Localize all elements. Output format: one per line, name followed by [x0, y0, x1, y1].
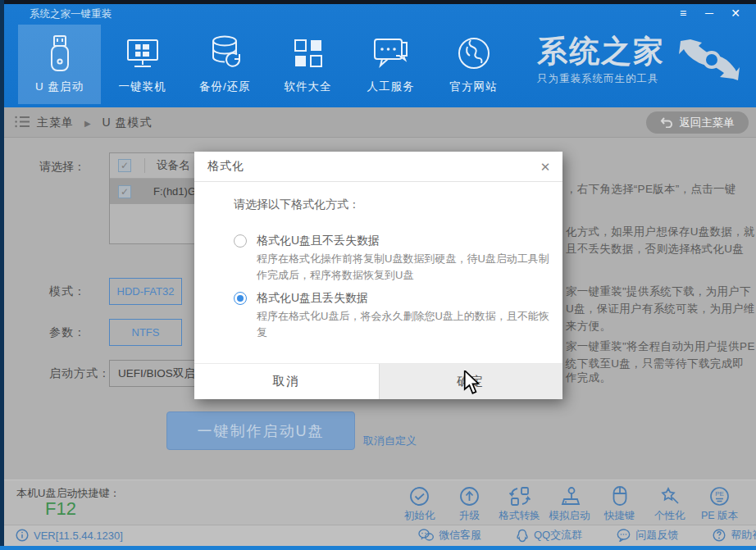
- menu-icon[interactable]: ≡: [674, 5, 692, 21]
- breadcrumb: 主菜单 ▶ U 盘模式: [37, 116, 152, 130]
- divider: [144, 158, 145, 173]
- window-title: 系统之家一键重装: [30, 7, 112, 21]
- tool-personalize[interactable]: 个性化: [644, 484, 695, 523]
- minimize-icon[interactable]: ─: [700, 5, 718, 21]
- tool-label: 快捷键: [604, 509, 635, 523]
- tool-pe-version[interactable]: PE PE 版本: [695, 484, 745, 523]
- tool-label: 格式转换: [499, 509, 540, 523]
- wechat-icon: [418, 529, 434, 542]
- option-label: 格式化U盘且丢失数据: [257, 291, 558, 306]
- chat-service-icon: [372, 32, 410, 75]
- radio-unselected-icon[interactable]: [234, 234, 247, 248]
- monitor-windows-icon: [125, 32, 161, 75]
- footer-bar: VER[11.5.44.1230] 微信客服 QQ交流群: [4, 525, 756, 546]
- radio-selected-icon[interactable]: [234, 292, 247, 305]
- select-all-checkbox[interactable]: ✓: [118, 159, 131, 172]
- format-option-keep-data[interactable]: 格式化U盘且不丢失数据 程序在格式化操作前将复制U盘数据到硬盘，待U盘启动工具制…: [234, 234, 558, 284]
- window-bottom-edge: [0, 546, 756, 550]
- usb-drive-icon: [46, 32, 74, 75]
- info-icon: [16, 529, 29, 542]
- hotkey-value: F12: [45, 498, 76, 520]
- tool-format-convert[interactable]: 格式转换: [494, 484, 544, 523]
- help-video-icon: [713, 529, 726, 542]
- window-controls: ≡ ─ ✕: [674, 5, 745, 21]
- feedback-bubble-icon: [617, 529, 631, 542]
- version-info: VER[11.5.44.1230]: [16, 529, 123, 542]
- clipped-instruction-text: 化方式，如果用户想保存U盘数据，就: [566, 225, 755, 239]
- option-description: 程序在格式化U盘后，将会永久删除您U盘上的数据，且不能恢复: [257, 308, 558, 341]
- dialog-footer: 取消 确定: [194, 363, 562, 399]
- nav-label: 人工服务: [367, 80, 415, 94]
- tool-label: 个性化: [654, 509, 685, 523]
- nav-item-software-collection[interactable]: 软件大全: [266, 25, 349, 104]
- pe-version-icon: PE: [709, 484, 730, 507]
- qq-icon: [516, 529, 529, 543]
- make-boot-usb-button[interactable]: 一键制作启动U盘: [166, 411, 355, 450]
- app-header: 系统之家一键重装 ≡ ─ ✕ U 盘启动: [0, 0, 756, 107]
- device-name-column-header: 设备名: [157, 158, 190, 173]
- footer-link-label: QQ交流群: [534, 528, 582, 543]
- back-to-main-menu-button[interactable]: 返回主菜单: [646, 111, 749, 134]
- main-nav: U 盘启动 一键装机: [18, 25, 515, 104]
- mode-label: 模式：: [49, 284, 86, 299]
- format-prompt: 请选择以下格式化方式：: [234, 198, 360, 212]
- tool-label: 初始化: [404, 509, 435, 523]
- cancel-custom-link[interactable]: 取消自定义: [363, 434, 417, 448]
- mouse-cursor: [463, 370, 481, 395]
- clipped-instruction-text: 且不丢失数据，否则选择格式化U盘: [566, 242, 744, 257]
- tool-label: 升级: [459, 509, 480, 523]
- tool-initialize[interactable]: 初始化: [394, 484, 444, 523]
- nav-label: U 盘启动: [35, 80, 84, 94]
- breadcrumb-separator-icon: ▶: [84, 119, 92, 128]
- format-convert-icon: [509, 484, 531, 507]
- nav-item-one-click-install[interactable]: 一键装机: [101, 25, 184, 104]
- boot-mode-label: 启动方式：: [49, 366, 111, 381]
- svg-text:PE: PE: [715, 490, 724, 498]
- format-dialog: 格式化 ✕ 请选择以下格式化方式： 格式化U盘且不丢失数据 程序在格式化操作前将…: [194, 152, 562, 399]
- bottom-tool-strip: 本机U盘启动快捷键： F12 初始化 升级: [4, 480, 756, 525]
- breadcrumb-current: U 盘模式: [102, 116, 152, 129]
- tool-hotkey[interactable]: 快捷键: [594, 484, 644, 523]
- init-check-circle-icon: [409, 484, 430, 507]
- device-checkbox[interactable]: ✓: [118, 185, 131, 198]
- nav-item-human-service[interactable]: 人工服务: [349, 25, 432, 104]
- breadcrumb-root[interactable]: 主菜单: [37, 116, 74, 129]
- nav-label: 备份/还原: [199, 80, 251, 94]
- qq-group-link[interactable]: QQ交流群: [516, 528, 582, 543]
- database-restore-icon: [207, 32, 244, 75]
- upgrade-arrow-icon: [459, 484, 480, 507]
- nav-item-backup-restore[interactable]: 备份/还原: [184, 25, 266, 104]
- param-value-button[interactable]: NTFS: [109, 319, 182, 346]
- clipped-instruction-text: 家一键重装"提供系统下载，为用户下: [566, 284, 751, 299]
- tool-upgrade[interactable]: 升级: [444, 484, 494, 523]
- format-dialog-header: 格式化 ✕: [194, 152, 562, 182]
- brand-swoosh-icon: [666, 34, 745, 85]
- help-video-link[interactable]: 帮助视频: [713, 528, 756, 543]
- list-menu-icon: [15, 116, 30, 128]
- tool-simulate-boot[interactable]: 模拟启动: [544, 484, 594, 523]
- back-button-label: 返回主菜单: [679, 116, 735, 130]
- param-label: 参数：: [49, 325, 86, 340]
- clipped-instruction-text: 统下载至U盘，只需等待下载完成即: [566, 357, 744, 371]
- nav-label: 官方网站: [450, 80, 498, 94]
- dialog-close-icon[interactable]: ✕: [536, 158, 554, 176]
- tool-label: 模拟启动: [549, 509, 590, 523]
- footer-link-label: 帮助视频: [731, 528, 756, 543]
- nav-label: 软件大全: [285, 80, 332, 94]
- mode-value-button[interactable]: HDD-FAT32: [109, 278, 182, 305]
- option-label: 格式化U盘且不丢失数据: [257, 234, 558, 248]
- nav-item-official-site[interactable]: 官方网站: [432, 25, 515, 104]
- clipped-instruction-text: U盘，保证用户有系统可装，为用户维: [566, 302, 755, 316]
- globe-icon: [456, 32, 492, 75]
- cancel-button[interactable]: 取消: [194, 364, 379, 399]
- window-left-edge: [0, 0, 4, 550]
- nav-item-usb-boot[interactable]: U 盘启动: [18, 25, 101, 104]
- wechat-support-link[interactable]: 微信客服: [418, 528, 481, 543]
- footer-link-label: 问题反馈: [635, 528, 678, 543]
- window-top-edge: [0, 0, 756, 4]
- hotkey-mouse-icon: [612, 484, 628, 507]
- clipped-instruction-text: 家一键重装"将全程自动为用户提供PE: [566, 339, 755, 354]
- format-option-lose-data[interactable]: 格式化U盘且丢失数据 程序在格式化U盘后，将会永久删除您U盘上的数据，且不能恢复: [234, 291, 558, 341]
- feedback-link[interactable]: 问题反馈: [617, 528, 678, 543]
- close-icon[interactable]: ✕: [726, 5, 745, 21]
